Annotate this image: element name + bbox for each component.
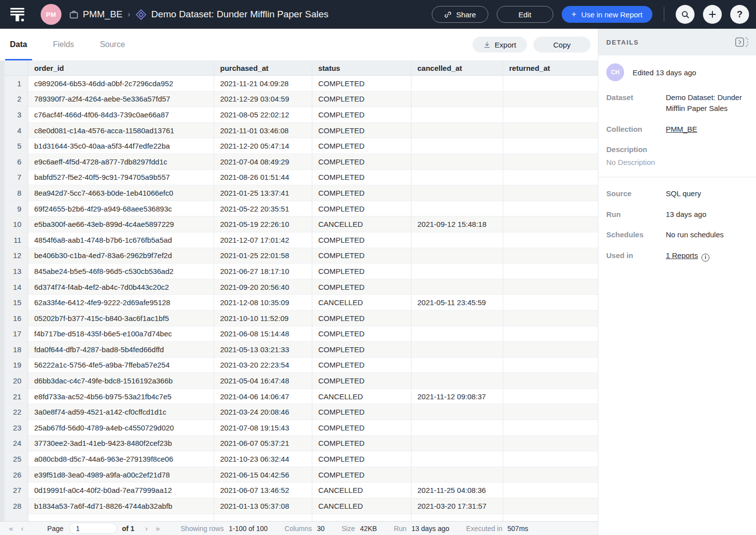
cell-purchased-at[interactable]: 2021-05-04 16:47:48: [214, 373, 312, 389]
cell-cancelled-at[interactable]: [411, 264, 503, 279]
column-header-order-id[interactable]: order_id: [28, 60, 214, 76]
cell-order-id[interactable]: 25ab67fd-56d0-4789-a4eb-c4550729d020: [28, 420, 214, 436]
page-input[interactable]: [69, 523, 117, 534]
cell-cancelled-at[interactable]: 2021-03-20 17:31:57: [411, 498, 503, 514]
tab-fields[interactable]: Fields: [52, 29, 75, 60]
cell-status[interactable]: [312, 514, 411, 521]
cell-status[interactable]: COMPLETED: [312, 76, 411, 92]
cell-status[interactable]: CANCELLED: [312, 482, 411, 498]
info-icon[interactable]: i: [701, 254, 709, 262]
cell-returned-at[interactable]: [503, 498, 598, 514]
cell-returned-at[interactable]: [503, 373, 598, 389]
cell-status[interactable]: CANCELLED: [312, 295, 411, 311]
cell-status[interactable]: COMPLETED: [312, 451, 411, 467]
cell-order-id[interactable]: 3a0e8f74-ad59-4521-a142-cf0cffcd1d1c: [28, 404, 214, 420]
cell-cancelled-at[interactable]: [411, 185, 503, 201]
cell-returned-at[interactable]: [503, 358, 598, 374]
cell-returned-at[interactable]: [503, 264, 598, 279]
cell-cancelled-at[interactable]: [411, 76, 503, 92]
cell-returned-at[interactable]: [503, 295, 598, 311]
cell-cancelled-at[interactable]: [411, 404, 503, 420]
cell-purchased-at[interactable]: 2021-11-21 04:09:28: [214, 76, 312, 92]
cell-cancelled-at[interactable]: [411, 279, 503, 295]
cell-purchased-at[interactable]: [214, 514, 312, 521]
cell-status[interactable]: COMPLETED: [312, 420, 411, 436]
cell-order-id[interactable]: d6bb3dac-c4c7-49fe-bdc8-1516192a366b: [28, 373, 214, 389]
column-header-returned-at[interactable]: returned_at: [503, 60, 598, 76]
cell-cancelled-at[interactable]: [411, 154, 503, 170]
cell-purchased-at[interactable]: 2021-06-15 04:42:56: [214, 467, 312, 483]
cell-cancelled-at[interactable]: [411, 514, 503, 521]
column-header-cancelled-at[interactable]: cancelled_at: [411, 60, 503, 76]
cell-status[interactable]: COMPLETED: [312, 123, 411, 139]
cell-purchased-at[interactable]: 2021-03-24 20:08:46: [214, 404, 312, 420]
cell-order-id[interactable]: fda0f644-dfb7-4287-bad8-5b4fed66dffd: [28, 342, 214, 358]
cell-cancelled-at[interactable]: [411, 92, 503, 107]
cell-order-id[interactable]: 4854f6a8-aab1-4748-b7b6-1c676fb5a5ad: [28, 232, 214, 248]
cell-purchased-at[interactable]: 2021-04-06 14:06:47: [214, 389, 312, 405]
cell-status[interactable]: COMPLETED: [312, 185, 411, 201]
cell-returned-at[interactable]: [503, 514, 598, 521]
cell-returned-at[interactable]: [503, 467, 598, 483]
cell-status[interactable]: COMPLETED: [312, 404, 411, 420]
tab-data[interactable]: Data: [9, 29, 28, 60]
cell-order-id[interactable]: 56222a1c-5756-4fe5-a9ba-7ffeba57e254: [28, 358, 214, 374]
edit-button[interactable]: Edit: [497, 6, 553, 23]
collapse-panel-button[interactable]: [735, 37, 748, 47]
cell-cancelled-at[interactable]: [411, 232, 503, 248]
cell-purchased-at[interactable]: 2021-12-29 03:04:59: [214, 92, 312, 107]
cell-purchased-at[interactable]: 2021-05-19 22:26:10: [214, 216, 312, 232]
vertical-scrollbar[interactable]: [0, 60, 4, 521]
cell-order-id[interactable]: c8e0d081-c14a-4576-acca-11580ad13761: [28, 123, 214, 139]
cell-returned-at[interactable]: [503, 389, 598, 405]
cell-order-id[interactable]: e39f51d8-3ea0-4989-a9fa-a00c2ef21d78: [28, 467, 214, 483]
share-button[interactable]: Share: [432, 6, 488, 23]
first-page-button[interactable]: «: [5, 524, 17, 533]
add-button[interactable]: [703, 5, 722, 24]
use-in-new-report-button[interactable]: + Use in new Report: [562, 6, 652, 23]
cell-purchased-at[interactable]: 2021-05-13 03:21:33: [214, 342, 312, 358]
cell-status[interactable]: COMPLETED: [312, 264, 411, 279]
cell-cancelled-at[interactable]: [411, 170, 503, 186]
cell-returned-at[interactable]: [503, 451, 598, 467]
cell-order-id[interactable]: 8ea942d7-5cc7-4663-b0de-1eb41066efc0: [28, 185, 214, 201]
cell-order-id[interactable]: a080cbd8-d5c7-44a6-963e-279139f8ce06: [28, 451, 214, 467]
cell-returned-at[interactable]: [503, 436, 598, 452]
cell-status[interactable]: COMPLETED: [312, 279, 411, 295]
tab-source[interactable]: Source: [99, 29, 126, 60]
cell-returned-at[interactable]: [503, 107, 598, 123]
cell-cancelled-at[interactable]: 2021-11-12 09:08:37: [411, 389, 503, 405]
cell-cancelled-at[interactable]: [411, 123, 503, 139]
cell-purchased-at[interactable]: 2021-01-25 22:01:58: [214, 248, 312, 264]
cell-returned-at[interactable]: [503, 404, 598, 420]
cell-returned-at[interactable]: [503, 216, 598, 232]
cell-cancelled-at[interactable]: [411, 248, 503, 264]
cell-cancelled-at[interactable]: [411, 358, 503, 374]
cell-cancelled-at[interactable]: [411, 373, 503, 389]
cell-status[interactable]: COMPLETED: [312, 342, 411, 358]
cell-order-id[interactable]: c76acf4f-466d-4f06-84d3-739c0ae66a87: [28, 107, 214, 123]
cell-cancelled-at[interactable]: [411, 201, 503, 217]
cell-order-id[interactable]: 789390f7-a2f4-4264-aebe-5e336a57fd57: [28, 92, 214, 107]
cell-cancelled-at[interactable]: 2021-05-11 23:45:59: [411, 295, 503, 311]
cell-cancelled-at[interactable]: [411, 451, 503, 467]
cell-purchased-at[interactable]: 2021-10-23 06:32:44: [214, 451, 312, 467]
cell-status[interactable]: COMPLETED: [312, 170, 411, 186]
cell-returned-at[interactable]: [503, 201, 598, 217]
user-avatar[interactable]: PM: [41, 4, 61, 25]
cell-purchased-at[interactable]: 2021-12-07 17:01:42: [214, 232, 312, 248]
cell-cancelled-at[interactable]: 2021-11-25 04:08:36: [411, 482, 503, 498]
cell-status[interactable]: COMPLETED: [312, 232, 411, 248]
cell-purchased-at[interactable]: 2021-01-25 13:37:41: [214, 185, 312, 201]
cell-status[interactable]: CANCELLED: [312, 216, 411, 232]
cell-returned-at[interactable]: [503, 138, 598, 154]
cell-returned-at[interactable]: [503, 279, 598, 295]
cell-cancelled-at[interactable]: [411, 138, 503, 154]
cell-purchased-at[interactable]: 2021-06-07 05:37:21: [214, 436, 312, 452]
cell-purchased-at[interactable]: 2021-06-07 13:46:52: [214, 482, 312, 498]
cell-status[interactable]: COMPLETED: [312, 248, 411, 264]
cell-order-id[interactable]: e8fd733a-ac52-4b56-b975-53a21fb4c7e5: [28, 389, 214, 405]
cell-status[interactable]: COMPLETED: [312, 154, 411, 170]
reports-link[interactable]: 1 Reports: [666, 251, 698, 260]
cell-order-id[interactable]: 62a33f4e-6412-4fe9-9222-2d69afe95128: [28, 295, 214, 311]
